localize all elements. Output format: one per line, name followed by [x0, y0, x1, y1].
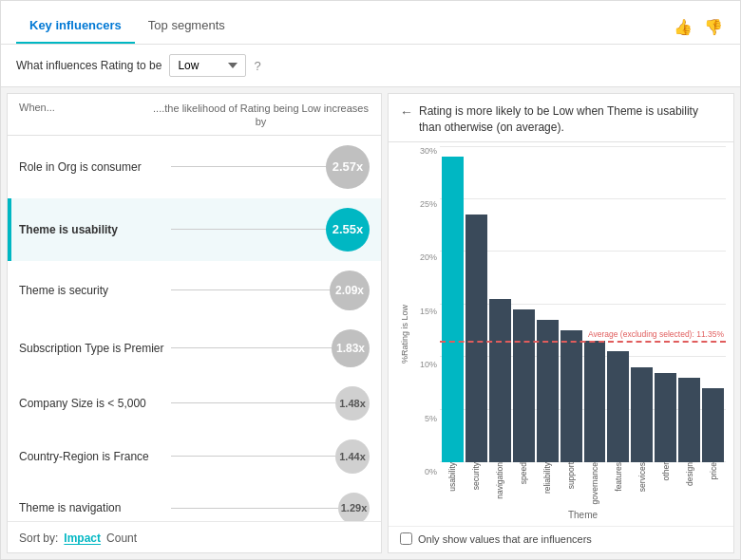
tab-key-influencers[interactable]: Key influencers [16, 10, 135, 44]
chart-area: %Rating is Low 30% 25% 20% 15% 10% 5% 0% [389, 142, 733, 526]
tab-top-segments[interactable]: Top segments [135, 10, 238, 44]
x-label-navigation: navigation [489, 462, 511, 510]
influencer-bubble: 2.09x [330, 271, 370, 310]
influencer-line [171, 289, 330, 290]
influencer-row[interactable]: Country-Region is France 1.44x [8, 430, 381, 483]
x-label-services: services [631, 462, 653, 510]
checkbox-label[interactable]: Only show values that are influencers [418, 533, 592, 545]
thumbs-up-icon[interactable]: 👍 [672, 16, 694, 39]
help-icon[interactable]: ? [254, 59, 260, 73]
chart-wrapper: %Rating is Low 30% 25% 20% 15% 10% 5% 0% [396, 146, 726, 522]
influencer-row[interactable]: Theme is navigation 1.29x [8, 483, 381, 521]
y-axis-label-container: %Rating is Low [396, 146, 413, 522]
influencer-row-selected[interactable]: Theme is usability 2.55x [8, 198, 381, 261]
filter-bar: What influences Rating to be Low Medium … [1, 45, 740, 86]
influencer-label: Subscription Type is Premier [19, 342, 171, 355]
bar-speed [513, 309, 535, 462]
bar-col-services [631, 146, 653, 462]
x-label-design: design [678, 462, 700, 510]
influencer-bubble: 2.57x [326, 145, 370, 189]
back-arrow-icon[interactable]: ← [400, 104, 413, 120]
influencer-line-area: 2.57x [171, 145, 370, 189]
avg-label: Average (excluding selected): 11.35% [588, 329, 724, 339]
influencer-label: Theme is navigation [19, 501, 171, 514]
x-label-governance: governance [584, 462, 606, 510]
bars-row [440, 146, 726, 462]
x-axis-title: Theme [440, 510, 726, 522]
x-label-speed: speed [513, 462, 535, 510]
influencer-label: Company Size is < 5,000 [19, 397, 171, 410]
selected-bar [8, 198, 11, 261]
y-tick: 20% [420, 252, 437, 262]
influencers-list: Role in Org is consumer 2.57x Theme is u… [8, 136, 381, 521]
bubble-value: 1.44x [339, 451, 366, 462]
bar-col-other [655, 146, 676, 462]
bar-support [560, 330, 582, 462]
bar-col-support [560, 146, 582, 462]
bar-governance [584, 341, 606, 462]
detail-title: Rating is more likely to be Low when The… [419, 103, 722, 136]
bubble-value: 2.09x [335, 284, 364, 297]
bubble-value: 1.48x [339, 398, 366, 409]
x-label-reliability: reliability [537, 462, 559, 510]
tabs: Key influencers Top segments [16, 10, 238, 44]
influencer-line [171, 229, 326, 230]
y-tick: 30% [420, 146, 437, 156]
influencer-label: Role in Org is consumer [19, 160, 171, 174]
thumbs-down-icon[interactable]: 👎 [702, 16, 725, 39]
x-label-features: features [607, 462, 629, 510]
bar-security [466, 215, 487, 462]
bar-services [631, 367, 653, 462]
sort-count[interactable]: Count [106, 532, 137, 545]
bubble-value: 2.55x [332, 222, 364, 236]
bubble-value: 1.29x [341, 502, 368, 513]
bar-price [702, 388, 724, 462]
bar-col-security [466, 146, 487, 462]
influencer-line [171, 456, 335, 457]
y-axis-label: %Rating is Low [400, 305, 409, 364]
bars-container: Average (excluding selected): 11.35% [440, 146, 726, 462]
x-label-usability: usability [442, 462, 464, 510]
influencer-line-area: 2.09x [171, 271, 370, 310]
panel-header: When... ....the likelihood of Rating bei… [8, 94, 381, 135]
detail-header: ← Rating is more likely to be Low when T… [389, 94, 733, 141]
influencer-line [171, 166, 326, 167]
checkbox-row: Only show values that are influencers [389, 526, 733, 552]
avg-line [440, 341, 726, 343]
influencer-row[interactable]: Role in Org is consumer 2.57x [8, 136, 381, 198]
header-icons: 👍 👎 [672, 16, 725, 39]
y-tick: 15% [420, 307, 437, 316]
sort-label: Sort by: [19, 532, 58, 545]
sort-impact[interactable]: Impact [64, 532, 101, 545]
left-panel: When... ....the likelihood of Rating bei… [7, 93, 382, 553]
x-label-price: price [702, 462, 724, 510]
bar-col-reliability [537, 146, 559, 462]
y-tick: 0% [425, 467, 437, 476]
influencer-bubble: 1.44x [335, 439, 370, 474]
influencer-line-area: 2.55x [171, 208, 370, 252]
bar-col-features [607, 146, 629, 462]
chart-with-axes: %Rating is Low 30% 25% 20% 15% 10% 5% 0% [396, 146, 726, 522]
influencer-line-area: 1.83x [171, 329, 370, 367]
bar-design [678, 378, 700, 462]
header: Key influencers Top segments 👍 👎 [1, 1, 740, 45]
x-label-security: security [466, 462, 487, 510]
influencer-row[interactable]: Theme is security 2.09x [8, 261, 381, 320]
influencer-row[interactable]: Company Size is < 5,000 1.48x [8, 377, 381, 430]
influencers-checkbox[interactable] [400, 532, 412, 545]
influencer-line [171, 508, 338, 509]
bubble-value: 2.57x [332, 159, 364, 174]
col-likelihood-label: ....the likelihood of Rating being Low i… [152, 102, 370, 129]
bar-col-usability [442, 146, 464, 462]
app-container: Key influencers Top segments 👍 👎 What in… [0, 0, 741, 560]
bar-col-speed [513, 146, 535, 462]
bar-other [655, 373, 676, 462]
filter-label: What influences Rating to be [16, 59, 162, 72]
x-label-other: other [655, 462, 676, 510]
bar-col-navigation [489, 146, 511, 462]
bar-col-price [702, 146, 724, 462]
influencer-line-area: 1.48x [171, 386, 370, 420]
influencer-row[interactable]: Subscription Type is Premier 1.83x [8, 320, 381, 377]
sort-bar: Sort by: Impact Count [8, 521, 381, 552]
filter-select[interactable]: Low Medium High [169, 54, 246, 77]
